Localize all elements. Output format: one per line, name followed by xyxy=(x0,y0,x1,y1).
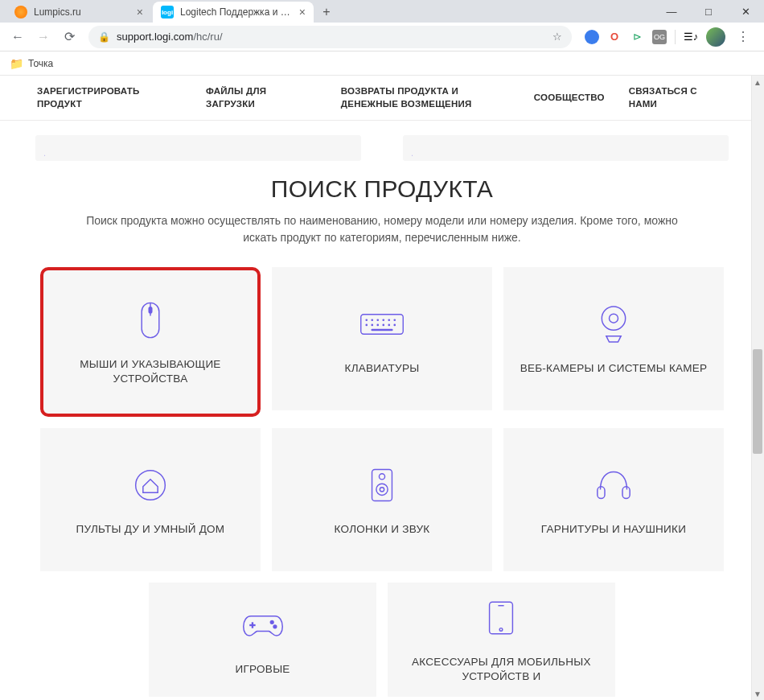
tab-title: Logitech Поддержка и файлы д xyxy=(180,6,294,18)
url-path: /hc/ru/ xyxy=(193,31,222,43)
browser-menu-button[interactable]: ⋮ xyxy=(733,29,753,44)
category-webcams[interactable]: ВЕБ-КАМЕРЫ И СИСТЕМЫ КАМЕР xyxy=(503,267,724,410)
address-bar[interactable]: 🔒 support.logi.com/hc/ru/ ☆ xyxy=(88,26,572,48)
window-close[interactable]: ✕ xyxy=(727,0,764,23)
scrollbar-thumb[interactable] xyxy=(753,349,762,454)
category-grid-row3: ИГРОВЫЕ АКСЕССУАРЫ ДЛЯ МОБИЛЬНЫХ УСТРОЙС… xyxy=(149,583,615,697)
nav-community[interactable]: СООБЩЕСТВО xyxy=(534,92,605,105)
category-label: КЛАВИАТУРЫ xyxy=(345,361,420,376)
category-label: КОЛОНКИ И ЗВУК xyxy=(335,522,430,537)
page-description: Поиск продукта можно осуществлять по наи… xyxy=(68,212,696,246)
tab-logitech[interactable]: logi Logitech Поддержка и файлы д × xyxy=(153,2,314,23)
scrollbar[interactable]: ▲ ▼ xyxy=(751,76,764,700)
svg-point-21 xyxy=(379,474,384,480)
category-mice[interactable]: МЫШИ И УКАЗЫВАЮЩИЕ УСТРОЙСТВА xyxy=(40,267,261,417)
category-label: ГАРНИТУРЫ И НАУШНИКИ xyxy=(541,522,686,537)
profile-avatar[interactable] xyxy=(706,27,725,47)
nav-reload-button[interactable]: ⟳ xyxy=(58,26,80,48)
nav-back-button[interactable]: ← xyxy=(6,26,29,48)
window-minimize[interactable]: — xyxy=(653,0,690,23)
home-icon xyxy=(128,463,173,508)
mouse-icon xyxy=(128,298,173,343)
extension-icon[interactable] xyxy=(585,30,599,44)
keyboard-icon xyxy=(359,302,405,347)
nav-forward-button[interactable]: → xyxy=(32,26,55,48)
extension-icon[interactable]: OG xyxy=(652,30,667,44)
bookmark-label: Точка xyxy=(28,58,53,69)
reader-icon[interactable]: ☰♪ xyxy=(684,30,698,44)
tab-title: Lumpics.ru xyxy=(34,6,132,18)
category-speakers[interactable]: КОЛОНКИ И ЗВУК xyxy=(272,428,492,571)
site-navigation: ЗАРЕГИСТРИРОВАТЬ ПРОДУКТ ФАЙЛЫ ДЛЯ ЗАГРУ… xyxy=(0,76,764,121)
webcam-icon xyxy=(591,302,636,347)
headset-icon xyxy=(591,463,636,508)
window-maximize[interactable]: □ xyxy=(690,0,727,23)
category-keyboards[interactable]: КЛАВИАТУРЫ xyxy=(272,267,492,410)
bookmarks-bar: 📁 Точка xyxy=(0,51,764,76)
close-icon[interactable]: × xyxy=(299,6,306,19)
svg-point-19 xyxy=(136,471,166,500)
lock-icon: 🔒 xyxy=(98,31,110,43)
new-tab-button[interactable]: + xyxy=(315,2,338,23)
extension-icon[interactable]: ⊳ xyxy=(630,30,644,44)
svg-point-28 xyxy=(270,620,273,624)
folder-icon: 📁 xyxy=(10,57,23,70)
svg-point-17 xyxy=(602,307,625,330)
category-label: АКСЕССУАРЫ ДЛЯ МОБИЛЬНЫХ УСТРОЙСТВ И xyxy=(396,655,607,684)
svg-point-23 xyxy=(380,488,384,492)
category-grid: МЫШИ И УКАЗЫВАЮЩИЕ УСТРОЙСТВА xyxy=(35,267,729,571)
tab-lumpics[interactable]: Lumpics.ru × xyxy=(6,2,151,23)
scrollbar-down-arrow[interactable]: ▼ xyxy=(751,687,764,700)
nav-returns[interactable]: ВОЗВРАТЫ ПРОДУКТА И ДЕНЕЖНЫЕ ВОЗМЕЩЕНИЯ xyxy=(341,85,486,110)
svg-point-22 xyxy=(376,484,388,495)
category-label: МЫШИ И УКАЗЫВАЮЩИЕ УСТРОЙСТВА xyxy=(51,357,249,386)
svg-point-31 xyxy=(500,628,503,631)
svg-rect-2 xyxy=(149,307,152,313)
category-label: ПУЛЬТЫ ДУ И УМНЫЙ ДОМ xyxy=(76,522,225,537)
category-remotes[interactable]: ПУЛЬТЫ ДУ И УМНЫЙ ДОМ xyxy=(40,428,261,571)
category-headsets[interactable]: ГАРНИТУРЫ И НАУШНИКИ xyxy=(503,428,724,571)
category-label: ИГРОВЫЕ xyxy=(236,662,290,677)
category-gaming[interactable]: ИГРОВЫЕ xyxy=(149,583,376,697)
scrollbar-up-arrow[interactable]: ▲ xyxy=(751,76,764,89)
ghost-card: . xyxy=(403,135,729,161)
opera-icon[interactable]: O xyxy=(607,30,622,44)
favicon-logitech: logi xyxy=(161,6,174,19)
page-viewport: ЗАРЕГИСТРИРОВАТЬ ПРОДУКТ ФАЙЛЫ ДЛЯ ЗАГРУ… xyxy=(0,76,764,700)
svg-rect-24 xyxy=(598,487,605,499)
bookmark-folder[interactable]: 📁 Точка xyxy=(10,57,53,70)
svg-rect-25 xyxy=(622,487,630,499)
nav-contact[interactable]: СВЯЗАТЬСЯ С НАМИ xyxy=(629,85,727,110)
browser-toolbar: ← → ⟳ 🔒 support.logi.com/hc/ru/ ☆ O ⊳ OG… xyxy=(0,23,764,51)
bookmark-star-icon[interactable]: ☆ xyxy=(552,31,562,43)
favicon-lumpics xyxy=(14,6,27,19)
speaker-icon xyxy=(359,463,405,508)
nav-downloads[interactable]: ФАЙЛЫ ДЛЯ ЗАГРУЗКИ xyxy=(206,85,317,110)
category-label: ВЕБ-КАМЕРЫ И СИСТЕМЫ КАМЕР xyxy=(520,361,708,376)
category-mobile[interactable]: АКСЕССУАРЫ ДЛЯ МОБИЛЬНЫХ УСТРОЙСТВ И xyxy=(388,583,615,697)
svg-rect-30 xyxy=(490,602,513,634)
svg-point-18 xyxy=(610,314,618,323)
page-title: ПОИСК ПРОДУКТА xyxy=(35,175,729,203)
extensions-area: O ⊳ OG ☰♪ ⋮ xyxy=(580,27,758,47)
close-icon[interactable]: × xyxy=(137,6,143,19)
ghost-card: . xyxy=(35,135,361,161)
url-host: support.logi.com xyxy=(117,31,193,43)
svg-point-29 xyxy=(273,625,277,628)
browser-titlebar: Lumpics.ru × logi Logitech Поддержка и ф… xyxy=(0,0,764,23)
nav-register-product[interactable]: ЗАРЕГИСТРИРОВАТЬ ПРОДУКТ xyxy=(37,85,182,110)
gamepad-icon xyxy=(240,603,285,648)
tablet-icon xyxy=(479,595,524,640)
divider xyxy=(675,30,676,44)
